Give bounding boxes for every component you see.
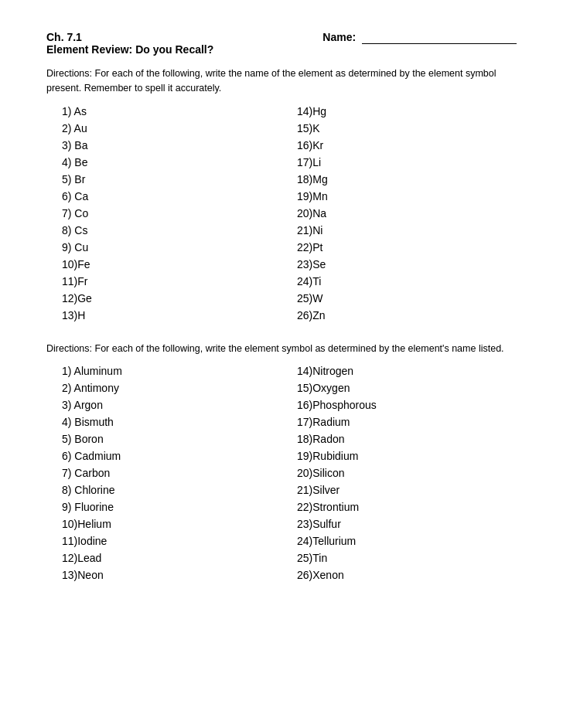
name-field: Name: <box>322 31 517 44</box>
list-item: 23)Sulfur <box>282 518 517 530</box>
list-item: 2) Au <box>46 122 282 134</box>
section1-col2: 14)Hg15)K16)Kr17)Li18)Mg19)Mn20)Na21)Ni2… <box>282 105 517 326</box>
list-item: 20)Silicon <box>282 467 517 479</box>
list-item: 21)Ni <box>282 224 517 236</box>
list-item: 2) Antimony <box>46 382 282 394</box>
list-item: 11)Iodine <box>46 535 282 547</box>
list-item: 6) Cadmium <box>46 450 282 462</box>
name-line <box>362 31 517 44</box>
list-item: 15)K <box>282 122 517 134</box>
section2-col2: 14)Nitrogen15)Oxygen16)Phosphorous17)Rad… <box>282 365 517 586</box>
list-item: 9) Fluorine <box>46 501 282 513</box>
list-item: 7) Carbon <box>46 467 282 479</box>
section1-col1: 1) As2) Au3) Ba4) Be5) Br6) Ca7) Co8) Cs… <box>46 105 282 326</box>
list-item: 3) Argon <box>46 399 282 411</box>
list-item: 13)H <box>46 309 282 321</box>
list-item: 14)Nitrogen <box>282 365 517 377</box>
list-item: 14)Hg <box>282 105 517 117</box>
list-item: 16)Phosphorous <box>282 399 517 411</box>
list-item: 10)Fe <box>46 258 282 270</box>
list-item: 3) Ba <box>46 139 282 151</box>
list-item: 19)Mn <box>282 190 517 202</box>
list-item: 18)Radon <box>282 433 517 445</box>
section2-list: 1) Aluminum2) Antimony3) Argon4) Bismuth… <box>46 365 517 586</box>
list-item: 22)Strontium <box>282 501 517 513</box>
list-item: 13)Neon <box>46 569 282 581</box>
list-item: 23)Se <box>282 258 517 270</box>
list-item: 26)Xenon <box>282 569 517 581</box>
list-item: 16)Kr <box>282 139 517 151</box>
list-item: 4) Bismuth <box>46 416 282 428</box>
list-item: 1) Aluminum <box>46 365 282 377</box>
list-item: 9) Cu <box>46 241 282 253</box>
list-item: 1) As <box>46 105 282 117</box>
list-item: 8) Cs <box>46 224 282 236</box>
section2-col1: 1) Aluminum2) Antimony3) Argon4) Bismuth… <box>46 365 282 586</box>
list-item: 11)Fr <box>46 275 282 287</box>
list-item: 26)Zn <box>282 309 517 321</box>
worksheet-title: Element Review: Do you Recall? <box>46 43 213 56</box>
list-item: 21)Silver <box>282 484 517 496</box>
list-item: 10)Helium <box>46 518 282 530</box>
list-item: 22)Pt <box>282 241 517 253</box>
list-item: 12)Lead <box>46 552 282 564</box>
list-item: 25)Tin <box>282 552 517 564</box>
section1-directions: Directions: For each of the following, w… <box>46 66 517 96</box>
chapter-title: Ch. 7.1 <box>46 31 213 43</box>
list-item: 20)Na <box>282 207 517 219</box>
list-item: 5) Br <box>46 173 282 185</box>
list-item: 5) Boron <box>46 433 282 445</box>
list-item: 6) Ca <box>46 190 282 202</box>
section1-list: 1) As2) Au3) Ba4) Be5) Br6) Ca7) Co8) Cs… <box>46 105 517 326</box>
list-item: 19)Rubidium <box>282 450 517 462</box>
list-item: 7) Co <box>46 207 282 219</box>
list-item: 8) Chlorine <box>46 484 282 496</box>
list-item: 17)Radium <box>282 416 517 428</box>
section2-directions: Directions: For each of the following, w… <box>46 342 517 356</box>
page-header: Ch. 7.1 Element Review: Do you Recall? N… <box>46 31 517 56</box>
list-item: 25)W <box>282 292 517 304</box>
list-item: 12)Ge <box>46 292 282 304</box>
name-label: Name: <box>322 31 356 43</box>
list-item: 17)Li <box>282 156 517 168</box>
list-item: 4) Be <box>46 156 282 168</box>
list-item: 15)Oxygen <box>282 382 517 394</box>
list-item: 24)Tellurium <box>282 535 517 547</box>
list-item: 24)Ti <box>282 275 517 287</box>
list-item: 18)Mg <box>282 173 517 185</box>
header-left: Ch. 7.1 Element Review: Do you Recall? <box>46 31 213 56</box>
